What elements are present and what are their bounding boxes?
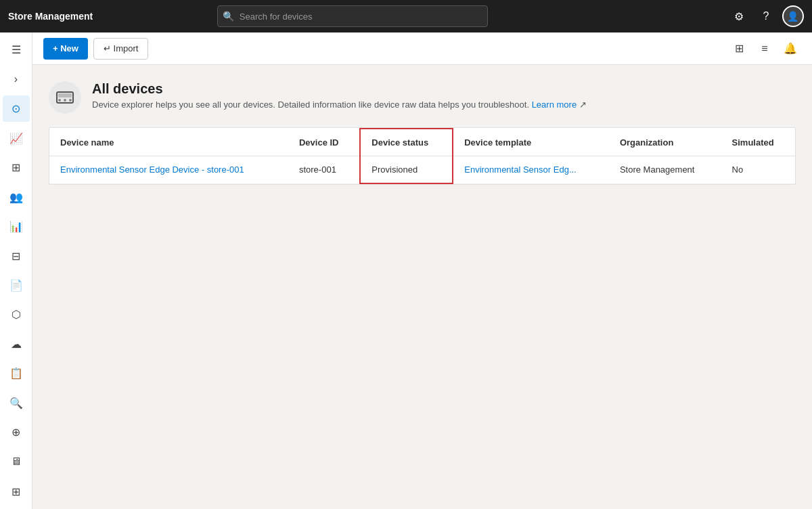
import-button[interactable]: ↵ Import (93, 38, 148, 60)
table-row: Environmental Sensor Edge Device - store… (49, 156, 795, 184)
topbar: Store Management 🔍 ⚙ ? 👤 (0, 0, 812, 32)
page-title-area: All devices Device explorer helps you se… (92, 81, 587, 110)
sidebar-monitor-icon[interactable]: 🖥 (3, 449, 30, 475)
view-toggle-button[interactable]: ⊞ (728, 38, 750, 60)
sidebar-menu-icon[interactable]: ☰ (3, 37, 30, 63)
page-title: All devices (92, 81, 587, 97)
col-device-template-header: Device template (453, 129, 609, 156)
simulated-cell: No (721, 156, 795, 184)
topbar-icons: ⚙ ? 👤 (728, 5, 804, 27)
toolbar: + New ↵ Import ⊞ ≡ 🔔 (32, 32, 812, 65)
sidebar-home-icon[interactable]: ⊙ (3, 95, 30, 122)
sidebar-analytics-icon[interactable]: 📊 (3, 213, 30, 240)
search-container: 🔍 (217, 5, 488, 27)
sidebar-grid-icon[interactable]: ⊞ (3, 154, 30, 181)
sidebar-hub-icon[interactable]: ⬡ (3, 301, 30, 328)
col-device-name-header: Device name (49, 129, 288, 156)
sidebar-cloud-icon[interactable]: ☁ (3, 331, 30, 357)
svg-rect-1 (58, 93, 72, 97)
new-button[interactable]: + New (43, 38, 88, 60)
sidebar-people-icon[interactable]: 👥 (3, 183, 30, 210)
sidebar-search-icon[interactable]: 🔍 (3, 390, 30, 416)
sidebar-chart-icon[interactable]: 📈 (3, 125, 30, 151)
device-id-cell: store-001 (288, 156, 360, 184)
main-content: + New ↵ Import ⊞ ≡ 🔔 (32, 32, 812, 509)
organization-cell: Store Management (609, 156, 721, 184)
sidebar-expand-icon[interactable]: › (3, 66, 30, 92)
svg-point-4 (69, 99, 72, 102)
device-name-link[interactable]: Environmental Sensor Edge Device - store… (60, 164, 244, 175)
device-name-cell: Environmental Sensor Edge Device - store… (49, 156, 288, 184)
help-button[interactable]: ? (755, 5, 777, 27)
col-simulated-header: Simulated (721, 129, 795, 156)
app-shell: ☰ › ⊙ 📈 ⊞ 👥 📊 ⊟ 📄 ⬡ ☁ 📋 🔍 ⊕ 🖥 ⊞ + New ↵ … (0, 32, 812, 509)
device-template-cell: Environmental Sensor Edg... (453, 156, 609, 184)
devices-table: Device name Device ID Device status Devi… (49, 128, 795, 184)
toolbar-right: ⊞ ≡ 🔔 (728, 38, 801, 60)
notification-button[interactable]: 🔔 (780, 38, 801, 60)
sidebar-report-icon[interactable]: 📋 (3, 360, 30, 386)
page-description: Device explorer helps you see all your d… (92, 99, 587, 110)
search-icon: 🔍 (223, 11, 234, 22)
sidebar-document-icon[interactable]: 📄 (3, 272, 30, 298)
table-header-row: Device name Device ID Device status Devi… (49, 129, 795, 156)
page-content: All devices Device explorer helps you se… (32, 65, 812, 509)
svg-point-2 (58, 99, 61, 102)
filter-button[interactable]: ≡ (754, 38, 775, 60)
app-title: Store Management (8, 11, 93, 22)
sidebar-plugin-icon[interactable]: ⊕ (3, 419, 30, 445)
col-organization-header: Organization (609, 129, 721, 156)
devices-table-container: Device name Device ID Device status Devi… (49, 127, 796, 185)
device-template-link[interactable]: Environmental Sensor Edg... (464, 164, 576, 175)
sidebar-table-icon[interactable]: ⊟ (3, 242, 30, 269)
col-device-status-header: Device status (360, 129, 453, 156)
sidebar-bottom-icon[interactable]: ⊞ (3, 478, 30, 505)
page-icon (49, 81, 81, 114)
learn-more-link[interactable]: Learn more (532, 99, 577, 110)
col-device-id-header: Device ID (288, 129, 360, 156)
avatar[interactable]: 👤 (782, 5, 804, 27)
svg-point-3 (64, 99, 66, 102)
page-header: All devices Device explorer helps you se… (49, 81, 796, 114)
search-input[interactable] (217, 5, 488, 27)
sidebar: ☰ › ⊙ 📈 ⊞ 👥 📊 ⊟ 📄 ⬡ ☁ 📋 🔍 ⊕ 🖥 ⊞ (0, 32, 32, 509)
settings-button[interactable]: ⚙ (728, 5, 750, 27)
device-status-cell: Provisioned (360, 156, 453, 184)
